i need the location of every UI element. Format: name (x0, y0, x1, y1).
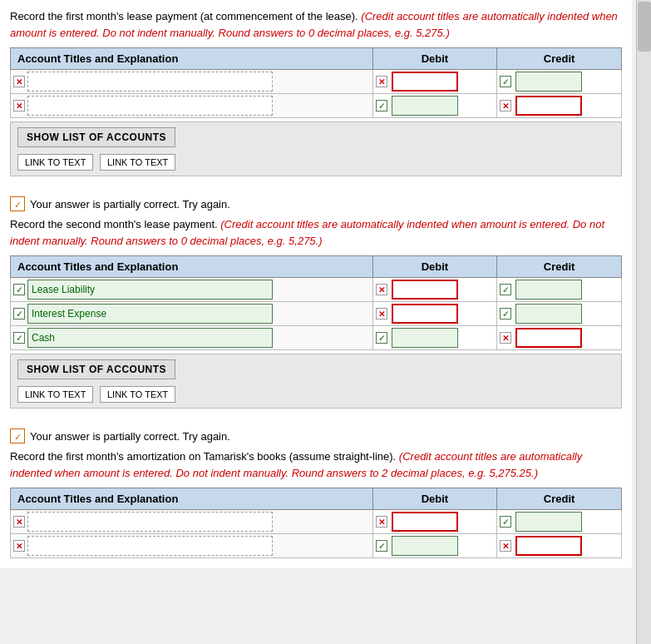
credit-input-2-3[interactable] (515, 328, 582, 348)
credit-cell-2-1: ✓ (497, 278, 622, 302)
debit-icon-3-1: ✕ (376, 516, 387, 528)
journal-table-3: Account Titles and Explanation Debit Cre… (10, 488, 622, 558)
th-debit-2: Debit (372, 256, 497, 278)
link-to-text-btn-2a[interactable]: LINK TO TEXT (17, 386, 93, 403)
credit-input-2-2[interactable] (515, 304, 582, 324)
debit-icon-2-2: ✕ (376, 308, 387, 320)
account-input-3-2[interactable] (27, 536, 273, 556)
debit-cell-1-2: ✓ (372, 94, 497, 118)
instruction-2: Record the second month's lease payment.… (10, 216, 622, 249)
journal-table-2: Account Titles and Explanation Debit Cre… (10, 255, 622, 350)
table-row: ✓ ✕ ✓ (11, 278, 622, 302)
account-icon-2-1: ✓ (13, 284, 25, 295)
account-input-2-2[interactable] (27, 304, 273, 324)
debit-cell-1-1: ✕ (372, 70, 497, 94)
show-accounts-btn-2[interactable]: SHOW LIST OF ACCOUNTS (17, 359, 175, 379)
debit-icon-2-3: ✓ (376, 332, 387, 344)
debit-icon-2-1: ✕ (376, 284, 387, 295)
partial-correct-icon-2: ✓ (10, 196, 25, 211)
scrollbar-thumb[interactable] (638, 2, 651, 52)
credit-cell-1-1: ✓ (497, 70, 622, 94)
table-row: ✕ ✕ ✓ (11, 510, 622, 534)
table-row: ✓ ✕ ✓ (11, 302, 622, 326)
credit-input-1-2[interactable] (515, 96, 582, 116)
toolbar-1: SHOW LIST OF ACCOUNTS LINK TO TEXT LINK … (10, 121, 622, 176)
debit-input-1-2[interactable] (392, 96, 458, 116)
account-cell-3-2: ✕ (11, 534, 373, 558)
account-input-1-2[interactable] (27, 96, 273, 116)
result-text-2: Your answer is partially correct. Try ag… (30, 198, 230, 211)
table-row: ✕ ✓ ✕ (11, 94, 622, 118)
account-cell-3-1: ✕ (11, 510, 373, 534)
credit-cell-3-2: ✕ (497, 534, 622, 558)
credit-icon-3-2: ✕ (500, 540, 511, 552)
table-row: ✕ ✕ ✓ (11, 70, 622, 94)
credit-cell-3-1: ✓ (497, 510, 622, 534)
th-account-3: Account Titles and Explanation (11, 488, 373, 510)
th-debit-1: Debit (372, 48, 497, 70)
credit-icon-1-2: ✕ (500, 100, 511, 111)
th-credit-1: Credit (497, 48, 622, 70)
account-input-1-1[interactable] (27, 72, 273, 92)
account-input-3-1[interactable] (27, 512, 273, 532)
debit-cell-2-1: ✕ (372, 278, 497, 302)
account-input-2-3[interactable] (27, 328, 273, 348)
debit-icon-1-1: ✕ (376, 76, 387, 87)
debit-cell-3-1: ✕ (372, 510, 497, 534)
link-to-text-btn-2b[interactable]: LINK TO TEXT (100, 386, 175, 403)
credit-icon-2-2: ✓ (500, 308, 511, 320)
account-icon-2-2: ✓ (13, 308, 25, 320)
account-cell-1-1: ✕ (11, 70, 373, 94)
th-credit-2: Credit (497, 256, 622, 278)
th-account-2: Account Titles and Explanation (11, 256, 373, 278)
th-debit-3: Debit (372, 488, 497, 510)
credit-cell-2-2: ✓ (497, 302, 622, 326)
debit-input-3-1[interactable] (392, 512, 458, 532)
debit-input-1-1[interactable] (392, 72, 458, 92)
instruction-1: Record the first month's lease payment (… (10, 8, 622, 41)
account-cell-2-2: ✓ (11, 302, 373, 326)
account-icon-3-2: ✕ (13, 540, 25, 552)
debit-icon-1-2: ✓ (376, 100, 387, 111)
section-3: Record the first month's amortization on… (10, 448, 622, 558)
credit-input-3-2[interactable] (515, 536, 582, 556)
instruction-1-normal: Record the first month's lease payment (… (10, 10, 361, 22)
credit-cell-2-3: ✕ (497, 326, 622, 350)
account-cell-1-2: ✕ (11, 94, 373, 118)
instruction-3-normal: Record the first month's amortization on… (10, 450, 399, 463)
show-accounts-btn-1[interactable]: SHOW LIST OF ACCOUNTS (17, 127, 175, 147)
credit-input-2-1[interactable] (515, 280, 582, 300)
credit-icon-2-1: ✓ (500, 284, 511, 295)
debit-icon-3-2: ✓ (376, 540, 387, 552)
instruction-2-normal: Record the second month's lease payment. (10, 218, 220, 230)
credit-cell-1-2: ✕ (497, 94, 622, 118)
section-2: Record the second month's lease payment.… (10, 216, 622, 409)
scrollbar[interactable] (636, 0, 651, 568)
instruction-3: Record the first month's amortization on… (10, 448, 622, 481)
credit-input-3-1[interactable] (515, 512, 582, 532)
result-row-2: ✓ Your answer is partially correct. Try … (10, 196, 622, 211)
th-credit-3: Credit (497, 488, 622, 510)
th-account-1: Account Titles and Explanation (11, 48, 373, 70)
debit-cell-2-2: ✕ (372, 302, 497, 326)
table-row: ✕ ✓ ✕ (11, 534, 622, 558)
journal-table-1: Account Titles and Explanation Debit Cre… (10, 47, 622, 118)
result-text-3: Your answer is partially correct. Try ag… (30, 430, 230, 443)
credit-icon-3-1: ✓ (500, 516, 511, 528)
link-to-text-btn-1b[interactable]: LINK TO TEXT (100, 154, 175, 171)
account-icon-3-1: ✕ (13, 516, 25, 528)
partial-correct-icon-3: ✓ (10, 429, 25, 443)
account-icon-1-2: ✕ (13, 100, 25, 111)
debit-input-2-2[interactable] (392, 304, 458, 324)
debit-input-3-2[interactable] (392, 536, 458, 556)
account-input-2-1[interactable] (27, 280, 273, 300)
debit-cell-3-2: ✓ (372, 534, 497, 558)
debit-input-2-1[interactable] (392, 280, 458, 300)
toolbar-2: SHOW LIST OF ACCOUNTS LINK TO TEXT LINK … (10, 354, 622, 409)
account-cell-2-1: ✓ (11, 278, 373, 302)
link-to-text-btn-1a[interactable]: LINK TO TEXT (17, 154, 93, 171)
credit-icon-2-3: ✕ (500, 332, 511, 344)
debit-input-2-3[interactable] (392, 328, 458, 348)
account-cell-2-3: ✓ (11, 326, 373, 350)
credit-input-1-1[interactable] (515, 72, 582, 92)
